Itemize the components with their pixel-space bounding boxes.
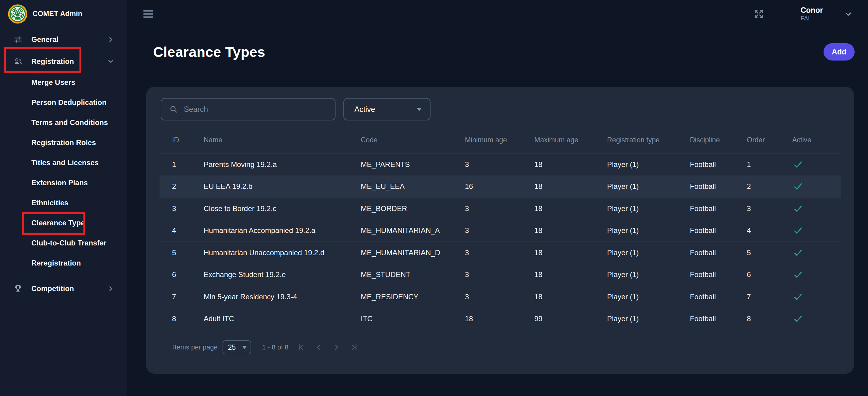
- column-header-name: Name: [204, 136, 361, 144]
- cell-min-age: 3: [465, 293, 534, 301]
- cell-min-age: 3: [465, 204, 534, 213]
- cell-order: 8: [747, 315, 792, 323]
- sidebar-item-general[interactable]: General: [0, 29, 127, 51]
- cell-discipline: Football: [690, 315, 747, 323]
- sidebar-item-label: Ethnicities: [31, 199, 68, 207]
- sidebar-item-clearance-type[interactable]: Clearance Type: [0, 213, 127, 233]
- previous-page-button[interactable]: [314, 343, 323, 352]
- cell-name: Parents Moving 19.2.a: [204, 160, 361, 169]
- active-check-icon: [793, 292, 803, 302]
- cell-registration-type: Player (1): [607, 226, 690, 235]
- people-group-icon: [13, 57, 23, 66]
- cell-order: 4: [747, 226, 792, 235]
- active-check-icon: [793, 314, 803, 324]
- table-row[interactable]: 2 EU EEA 19.2.b ME_EU_EEA 16 18 Player (…: [159, 175, 841, 198]
- sidebar-item-label: Titles and Licenses: [31, 159, 99, 167]
- status-filter-select[interactable]: Active: [343, 98, 431, 121]
- cell-code: ME_STUDENT: [361, 270, 465, 279]
- column-header-id: ID: [172, 136, 204, 144]
- cell-active: [792, 225, 841, 236]
- sidebar-item-registration[interactable]: Registration: [0, 51, 127, 72]
- sidebar-item-label: Club-to-Club Transfer: [31, 239, 106, 247]
- cell-discipline: Football: [690, 204, 747, 213]
- cell-registration-type: Player (1): [607, 293, 690, 301]
- cell-order: 7: [747, 293, 792, 301]
- cell-id: 7: [172, 293, 204, 301]
- cell-max-age: 99: [534, 315, 607, 323]
- cell-id: 1: [172, 160, 204, 169]
- search-input[interactable]: [184, 105, 329, 114]
- table-row[interactable]: 6 Exchange Student 19.2.e ME_STUDENT 3 1…: [159, 264, 841, 286]
- user-menu[interactable]: Conor FAI: [800, 6, 823, 22]
- column-header-discipline: Discipline: [690, 136, 747, 144]
- sidebar-item-reregistration[interactable]: Reregistration: [0, 253, 127, 273]
- cell-id: 8: [172, 315, 204, 323]
- sidebar-item-label: Extension Plans: [31, 178, 88, 187]
- menu-hamburger-icon[interactable]: [143, 10, 153, 18]
- pagination-range: 1 - 8 of 8: [262, 343, 289, 351]
- sidebar-item-label: Competition: [31, 285, 74, 293]
- cell-active: [792, 269, 841, 280]
- sidebar-item-person-deduplication[interactable]: Person Deduplication: [0, 93, 127, 112]
- sidebar-item-label: Clearance Type: [31, 219, 85, 227]
- sidebar-item-ethnicities[interactable]: Ethnicities: [0, 193, 127, 213]
- first-page-button[interactable]: [297, 343, 306, 352]
- cell-active: [792, 159, 841, 170]
- cell-max-age: 18: [534, 249, 607, 257]
- topbar-right: Conor FAI: [753, 6, 853, 22]
- previous-page-icon: [314, 343, 323, 352]
- cell-min-age: 3: [465, 249, 534, 257]
- table-row[interactable]: 8 Adult ITC ITC 18 99 Player (1) Footbal…: [159, 308, 841, 330]
- active-check-icon: [793, 159, 803, 170]
- search-box: [161, 98, 336, 121]
- sidebar-header: COMET Admin: [0, 0, 127, 28]
- column-header-order: Order: [747, 136, 792, 144]
- page-size-value: 25: [228, 343, 236, 352]
- sidebar-item-competition[interactable]: Competition: [0, 278, 127, 300]
- chevron-down-icon: [107, 58, 115, 65]
- cell-min-age: 3: [465, 160, 534, 169]
- sidebar-item-label: Registration Roles: [31, 138, 96, 147]
- cell-code: ME_PARENTS: [361, 160, 465, 169]
- search-icon: [169, 105, 178, 113]
- sidebar-item-titles-and-licenses[interactable]: Titles and Licenses: [0, 153, 127, 173]
- cell-id: 3: [172, 204, 204, 213]
- column-header-active: Active: [792, 136, 841, 144]
- chevron-right-icon: [107, 285, 115, 293]
- cell-registration-type: Player (1): [607, 249, 690, 257]
- sidebar-item-registration-roles[interactable]: Registration Roles: [0, 133, 127, 153]
- cell-code: ME_RESIDENCY: [361, 293, 465, 301]
- table-row[interactable]: 4 Humanitarian Accompanied 19.2.a ME_HUM…: [159, 220, 841, 242]
- chevron-down-icon[interactable]: [844, 9, 853, 19]
- cell-order: 1: [747, 160, 792, 169]
- cell-active: [792, 248, 841, 258]
- last-page-button[interactable]: [349, 343, 359, 352]
- fullscreen-icon[interactable]: [753, 8, 765, 20]
- add-button[interactable]: Add: [824, 43, 855, 61]
- cell-max-age: 18: [534, 270, 607, 279]
- next-page-button[interactable]: [332, 343, 341, 352]
- cell-min-age: 3: [465, 270, 534, 279]
- cell-discipline: Football: [690, 160, 747, 169]
- main-area: Conor FAI Clearance Types Add: [128, 0, 868, 396]
- cell-registration-type: Player (1): [607, 270, 690, 279]
- sidebar-nav: General Registration: [0, 28, 127, 300]
- table-row[interactable]: 1 Parents Moving 19.2.a ME_PARENTS 3 18 …: [159, 153, 841, 175]
- items-per-page-label: Items per page: [173, 343, 218, 351]
- page-size-select[interactable]: 25: [222, 340, 251, 354]
- sidebar-item-merge-users[interactable]: Merge Users: [0, 72, 127, 93]
- cell-registration-type: Player (1): [607, 182, 690, 191]
- sidebar-item-club-to-club-transfer[interactable]: Club-to-Club Transfer: [0, 233, 127, 253]
- table-row[interactable]: 3 Close to Border 19.2.c ME_BORDER 3 18 …: [159, 197, 841, 220]
- table-row[interactable]: 7 Min 5-year Residency 19.3-4 ME_RESIDEN…: [159, 286, 841, 308]
- sidebar-item-label: Registration: [31, 57, 74, 66]
- sidebar-item-terms-and-conditions[interactable]: Terms and Conditions: [0, 112, 127, 133]
- tune-sliders-icon: [13, 35, 23, 44]
- table-row[interactable]: 5 Humanitarian Unaccompanied 19.2.d ME_H…: [159, 241, 841, 264]
- cell-registration-type: Player (1): [607, 315, 690, 323]
- cell-discipline: Football: [690, 293, 747, 301]
- sidebar-item-extension-plans[interactable]: Extension Plans: [0, 173, 127, 193]
- app-title: COMET Admin: [33, 10, 82, 18]
- cell-id: 4: [172, 226, 204, 235]
- column-header-code: Code: [361, 136, 465, 144]
